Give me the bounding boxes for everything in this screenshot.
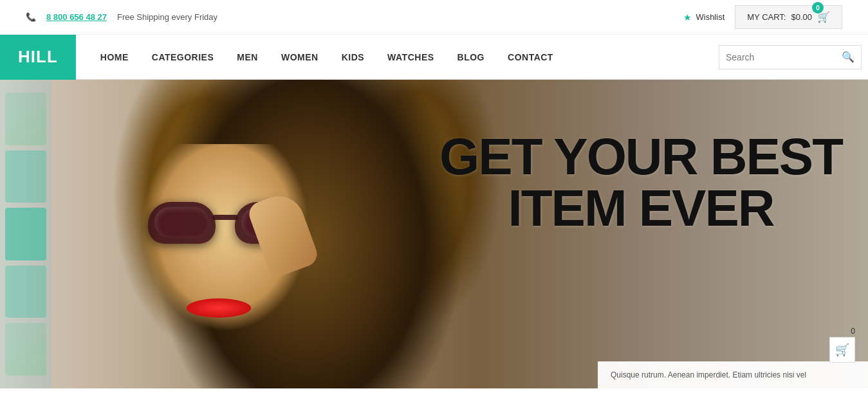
search-input[interactable]: [726, 52, 842, 62]
phone-number[interactable]: 8 800 656 48 27: [46, 12, 107, 22]
hero-line1: GET YOUR BEST: [439, 131, 842, 183]
cart-label: MY CART:: [747, 12, 786, 22]
wishlist-label: Wishlist: [696, 12, 725, 22]
nav-item-home[interactable]: HOME: [89, 35, 140, 80]
cart-badge: 0: [812, 2, 824, 14]
col-block-1: [5, 93, 46, 145]
hero-line2: ITEM EVER: [439, 183, 842, 234]
cart-button[interactable]: 0 MY CART: $0.00 🛒: [735, 5, 842, 29]
nav-item-kids[interactable]: KIDS: [330, 35, 376, 80]
phone-icon: 📞: [26, 12, 36, 22]
hero-text: GET YOUR BEST ITEM EVER: [439, 131, 842, 234]
shipping-text: Free Shipping every Friday: [117, 12, 217, 22]
search-bar[interactable]: 🔍: [719, 45, 862, 69]
nav-item-watches[interactable]: WATCHES: [376, 35, 445, 80]
nav-item-blog[interactable]: BLOG: [446, 35, 496, 80]
col-block-2: [5, 150, 46, 203]
wishlist-button[interactable]: ★ Wishlist: [673, 7, 735, 28]
snippet-text: Quisque rutrum. Aenean imperdiet. Etiam …: [611, 370, 806, 379]
top-bar-right: ★ Wishlist 0 MY CART: $0.00 🛒: [673, 5, 842, 29]
nav-item-women[interactable]: WOMEN: [270, 35, 330, 80]
top-bar: 📞 8 800 656 48 27 Free Shipping every Fr…: [0, 0, 868, 35]
nav-item-men[interactable]: MEN: [225, 35, 270, 80]
hero-left-column: [0, 80, 51, 388]
nav-links: HOME CATEGORIES MEN WOMEN KIDS WATCHES B…: [76, 35, 719, 80]
hero-snippet: Quisque rutrum. Aenean imperdiet. Etiam …: [598, 361, 868, 388]
navbar: HILL HOME CATEGORIES MEN WOMEN KIDS WATC…: [0, 35, 868, 80]
top-bar-left: 📞 8 800 656 48 27 Free Shipping every Fr…: [26, 12, 217, 22]
scroll-count: 0: [851, 327, 855, 336]
scroll-button[interactable]: 🛒: [829, 337, 855, 363]
nav-item-contact[interactable]: CONTACT: [496, 35, 565, 80]
cart-price: $0.00: [791, 12, 812, 22]
col-block-4: [5, 266, 46, 318]
hero-section: GET YOUR BEST ITEM EVER Quisque rutrum. …: [0, 80, 868, 388]
col-block-3: [5, 208, 46, 260]
star-icon: ★: [683, 12, 692, 23]
nav-item-categories[interactable]: CATEGORIES: [140, 35, 226, 80]
logo[interactable]: HILL: [0, 35, 76, 80]
search-icon[interactable]: 🔍: [842, 51, 854, 63]
col-block-5: [5, 323, 46, 376]
